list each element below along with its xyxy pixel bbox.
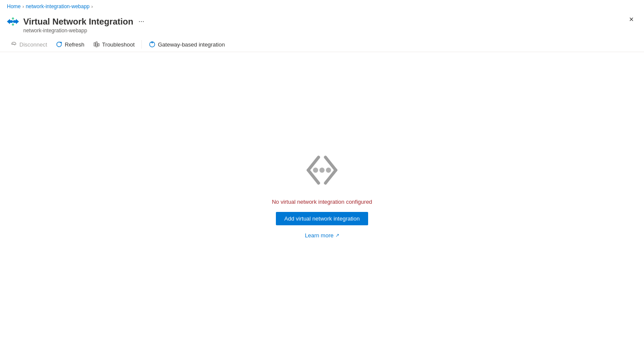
close-button[interactable]: × [625,14,637,25]
breadcrumb-home[interactable]: Home [7,3,21,9]
vnet-icon [7,16,19,29]
header-title-block: Virtual Network Integration ··· network-… [23,14,147,34]
refresh-icon [56,41,63,48]
page-title: Virtual Network Integration [23,16,133,27]
troubleshoot-icon [93,41,100,48]
breadcrumb-webapp[interactable]: network-integration-webapp [26,3,90,9]
empty-status-text: No virtual network integration configure… [272,199,372,205]
learn-more-link[interactable]: Learn more ↗ [305,232,339,239]
troubleshoot-button[interactable]: Troubleshoot [90,39,138,50]
disconnect-icon [10,41,17,48]
learn-more-label: Learn more [305,232,333,239]
troubleshoot-label: Troubleshoot [102,41,134,48]
page-subtitle: network-integration-webapp [23,28,147,34]
main-content: No virtual network integration configure… [0,52,644,335]
svg-point-5 [13,21,14,22]
refresh-label: Refresh [65,41,84,48]
svg-point-19 [319,168,325,173]
refresh-button[interactable]: Refresh [52,39,88,50]
toolbar-divider [141,40,142,49]
empty-state-icon [292,149,352,192]
svg-rect-11 [98,44,99,46]
svg-rect-9 [94,43,95,46]
header-left: Virtual Network Integration ··· network-… [7,14,147,34]
svg-point-2 [12,18,14,20]
svg-point-20 [326,168,331,173]
svg-point-4 [11,21,12,22]
external-link-icon: ↗ [335,233,339,238]
gateway-icon [149,41,156,48]
svg-point-18 [313,168,318,173]
page-header: Virtual Network Integration ··· network-… [0,11,644,37]
more-options-button[interactable]: ··· [136,17,147,26]
svg-rect-10 [96,42,97,47]
gateway-label: Gateway-based integration [158,41,225,48]
breadcrumb: Home › network-integration-webapp › [0,0,644,11]
disconnect-label: Disconnect [19,41,47,48]
svg-point-6 [14,21,16,22]
breadcrumb-sep-2: › [91,4,93,9]
svg-point-3 [12,24,14,26]
disconnect-button[interactable]: Disconnect [7,39,50,50]
gateway-integration-button[interactable]: Gateway-based integration [145,39,228,50]
toolbar: Disconnect Refresh Troubleshoot Gateway-… [0,37,644,52]
header-title-row: Virtual Network Integration ··· [23,16,147,27]
breadcrumb-sep-1: › [22,4,24,9]
add-vnet-integration-button[interactable]: Add virtual network integration [276,212,369,225]
